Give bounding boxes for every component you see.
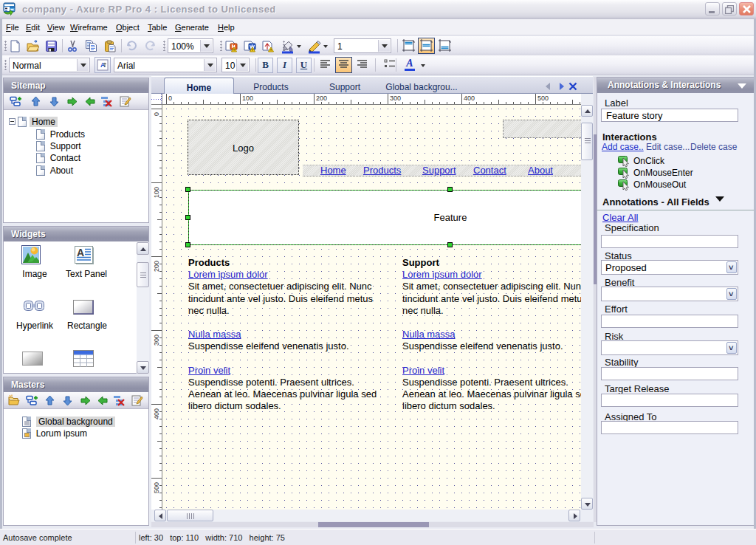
svg-text:A: A — [77, 247, 84, 258]
